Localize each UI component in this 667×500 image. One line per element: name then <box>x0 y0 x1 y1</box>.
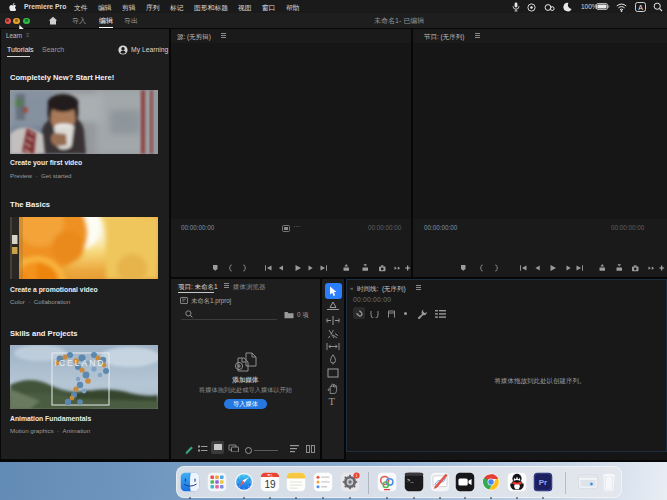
svg-text:ICELAND: ICELAND <box>55 358 106 368</box>
svg-text:19: 19 <box>264 479 276 490</box>
svg-text:Pr: Pr <box>539 478 548 487</box>
svg-text:A: A <box>638 4 643 11</box>
svg-text:周五: 周五 <box>267 473 273 477</box>
svg-text:>_: >_ <box>407 478 414 484</box>
svg-text:1: 1 <box>355 473 357 477</box>
